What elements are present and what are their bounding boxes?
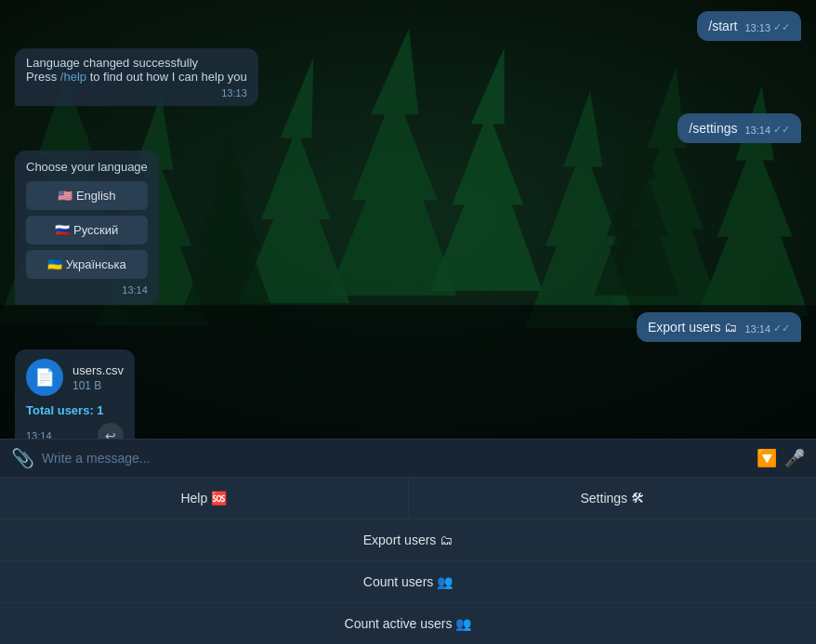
read-check-export: ✓✓	[773, 322, 790, 335]
file-time: 13:14	[26, 430, 52, 439]
voice-icon[interactable]: 🎤	[784, 448, 805, 468]
help-link[interactable]: /help	[60, 70, 86, 84]
file-size: 101 B	[72, 379, 124, 392]
choose-lang-time: 13:14	[26, 284, 148, 296]
total-users: Total users: 1	[26, 403, 124, 417]
attach-icon[interactable]: 📎	[11, 447, 34, 469]
read-check-settings: ✓✓	[773, 124, 790, 136]
file-name: users.csv	[72, 363, 124, 377]
bubble-file: 📄 users.csv 101 B Total users: 1 13:14 ↩	[15, 349, 135, 439]
message-choose-lang: Choose your language 🇺🇸 English 🇷🇺 Русск…	[15, 151, 801, 305]
bubble-start: /start 13:13 ✓✓	[697, 11, 801, 41]
count-active-users-button[interactable]: Count active users 👥	[0, 603, 816, 644]
start-time: 13:13 ✓✓	[744, 21, 790, 33]
export-time: 13:14 ✓✓	[744, 322, 790, 335]
file-row: 📄 users.csv 101 B	[26, 359, 124, 396]
export-users-button[interactable]: Export users 🗂	[0, 519, 816, 560]
lang-btn-ukrainian[interactable]: 🇺🇦 Українська	[26, 250, 148, 279]
bubble-export: Export users 🗂 13:14 ✓✓	[637, 312, 801, 342]
count-users-button[interactable]: Count users 👥	[0, 561, 816, 602]
settings-button[interactable]: Settings 🛠	[409, 478, 817, 519]
file-info: users.csv 101 B	[72, 363, 124, 392]
export-text: Export users 🗂	[648, 320, 737, 335]
file-bottom: 13:14 ↩	[26, 423, 124, 439]
file-icon[interactable]: 📄	[26, 359, 63, 396]
chat-area: /start 13:13 ✓✓ Language changed success…	[0, 0, 816, 439]
message-lang-changed: Language changed successfully Press /hel…	[15, 48, 801, 106]
message-start: /start 13:13 ✓✓	[15, 11, 801, 41]
bottom-buttons: Help 🆘 Settings 🛠 Export users 🗂 Count u…	[0, 477, 816, 644]
message-input[interactable]	[42, 447, 749, 469]
lang-changed-text: Language changed successfully Press /hel…	[26, 56, 247, 84]
emoji-icon[interactable]: 🔽	[757, 448, 777, 468]
lang-changed-time: 13:13	[26, 87, 247, 99]
message-export: Export users 🗂 13:14 ✓✓	[15, 312, 801, 342]
bubble-choose-lang: Choose your language 🇺🇸 English 🇷🇺 Русск…	[15, 151, 159, 305]
bubble-lang-changed: Language changed successfully Press /hel…	[15, 48, 258, 106]
input-right-buttons: 🔽 🎤	[757, 448, 805, 468]
message-settings: /settings 13:14 ✓✓	[15, 113, 801, 143]
help-button[interactable]: Help 🆘	[0, 478, 408, 519]
settings-time: 13:14 ✓✓	[744, 124, 790, 136]
settings-text: /settings	[689, 121, 737, 136]
chat-messages: /start 13:13 ✓✓ Language changed success…	[0, 0, 816, 439]
lang-btn-english[interactable]: 🇺🇸 English	[26, 181, 148, 210]
forward-button[interactable]: ↩	[98, 423, 124, 439]
bubble-settings: /settings 13:14 ✓✓	[678, 113, 801, 143]
read-check: ✓✓	[773, 21, 790, 33]
choose-lang-title: Choose your language	[26, 160, 148, 174]
message-file: 📄 users.csv 101 B Total users: 1 13:14 ↩	[15, 349, 801, 439]
start-text: /start	[708, 19, 737, 33]
input-area: 📎 🔽 🎤	[0, 439, 816, 477]
lang-btn-russian[interactable]: 🇷🇺 Русский	[26, 216, 148, 244]
